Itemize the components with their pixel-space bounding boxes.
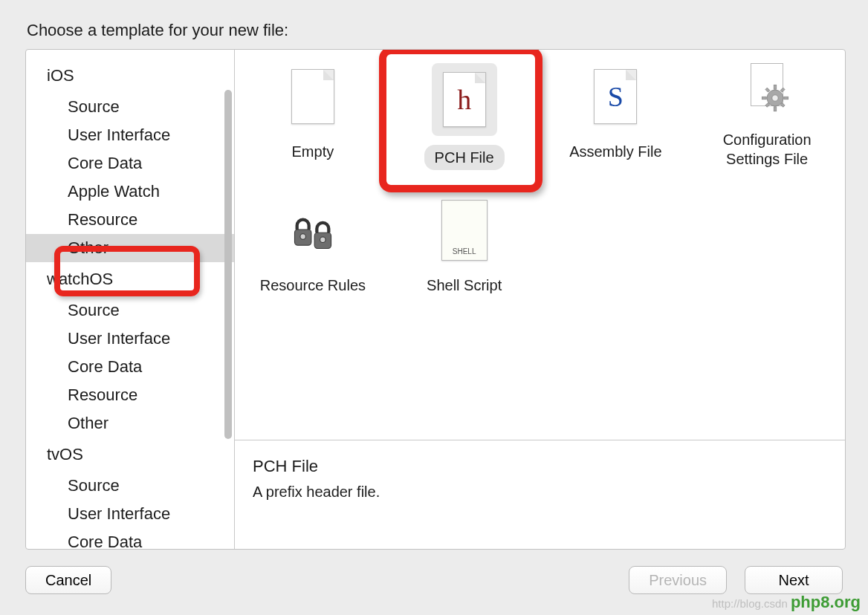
template-prompt: Choose a template for your new file: xyxy=(27,21,843,40)
template-right-pane: Empty h PCH File S Assembly File xyxy=(235,50,845,549)
shell-script-icon: SHELL xyxy=(435,197,494,264)
template-shell-script-label: Shell Script xyxy=(416,273,512,298)
template-config-settings[interactable]: Configuration Settings File xyxy=(693,63,841,189)
svg-rect-6 xyxy=(765,88,770,92)
template-shell-script[interactable]: SHELL Shell Script xyxy=(391,197,538,323)
sidebar: iOS Source User Interface Core Data Appl… xyxy=(26,50,235,549)
svg-point-11 xyxy=(300,234,305,239)
sidebar-item-ios-source[interactable]: Source xyxy=(26,93,234,121)
sidebar-section-tvos[interactable]: tvOS xyxy=(26,437,234,472)
template-resource-rules[interactable]: Resource Rules xyxy=(239,197,386,323)
svg-rect-4 xyxy=(762,97,766,99)
watermark-brand: php8.org xyxy=(791,593,861,611)
sidebar-item-watchos-other[interactable]: Other xyxy=(26,409,234,437)
pch-file-icon: h xyxy=(432,63,497,136)
sidebar-scrollbar[interactable] xyxy=(224,90,232,439)
svg-rect-8 xyxy=(780,88,785,92)
template-description-body: A prefix header file. xyxy=(253,484,827,501)
template-assembly-file-label: Assembly File xyxy=(559,139,672,164)
sidebar-item-watchos-core-data[interactable]: Core Data xyxy=(26,353,234,381)
sidebar-item-watchos-source[interactable]: Source xyxy=(26,296,234,325)
template-empty-label: Empty xyxy=(282,139,345,164)
template-resource-rules-label: Resource Rules xyxy=(250,273,376,298)
template-empty[interactable]: Empty xyxy=(239,63,386,189)
template-assembly-file[interactable]: S Assembly File xyxy=(542,63,690,189)
sidebar-item-tvos-source[interactable]: Source xyxy=(26,472,234,500)
padlock-icon xyxy=(283,197,343,264)
sidebar-item-ios-resource[interactable]: Resource xyxy=(26,206,234,234)
sidebar-section-ios[interactable]: iOS xyxy=(26,59,234,93)
watermark: http://blog.csdn php8.org xyxy=(712,593,861,612)
svg-rect-3 xyxy=(774,107,776,111)
sidebar-item-ios-other[interactable]: Other xyxy=(26,234,234,262)
previous-button[interactable]: Previous xyxy=(629,566,727,594)
assembly-file-icon: S xyxy=(586,63,645,130)
template-pch-file[interactable]: h PCH File xyxy=(391,63,538,189)
template-description-title: PCH File xyxy=(253,457,827,476)
template-grid: Empty h PCH File S Assembly File xyxy=(235,50,845,440)
sidebar-item-tvos-core-data[interactable]: Core Data xyxy=(26,528,234,549)
sidebar-item-tvos-user-interface[interactable]: User Interface xyxy=(26,500,234,528)
watermark-faint: http://blog.csdn xyxy=(712,597,788,610)
template-panel: iOS Source User Interface Core Data Appl… xyxy=(25,49,846,550)
sidebar-item-ios-core-data[interactable]: Core Data xyxy=(26,149,234,178)
sidebar-item-watchos-user-interface[interactable]: User Interface xyxy=(26,325,234,353)
svg-rect-5 xyxy=(784,97,788,99)
cancel-button[interactable]: Cancel xyxy=(25,566,111,594)
svg-rect-9 xyxy=(765,102,770,107)
sidebar-section-watchos[interactable]: watchOS xyxy=(26,262,234,296)
svg-rect-7 xyxy=(780,102,785,107)
template-description: PCH File A prefix header file. xyxy=(235,440,845,549)
svg-rect-2 xyxy=(774,85,776,89)
sidebar-item-watchos-resource[interactable]: Resource xyxy=(26,381,234,409)
svg-point-1 xyxy=(772,95,778,101)
empty-file-icon xyxy=(283,63,343,130)
gear-icon xyxy=(743,63,791,118)
next-button[interactable]: Next xyxy=(745,566,843,594)
template-pch-file-label: PCH File xyxy=(424,145,505,170)
sidebar-item-ios-apple-watch[interactable]: Apple Watch xyxy=(26,178,234,206)
svg-point-13 xyxy=(320,237,325,242)
template-config-settings-label: Configuration Settings File xyxy=(693,127,841,172)
sidebar-item-ios-user-interface[interactable]: User Interface xyxy=(26,121,234,149)
